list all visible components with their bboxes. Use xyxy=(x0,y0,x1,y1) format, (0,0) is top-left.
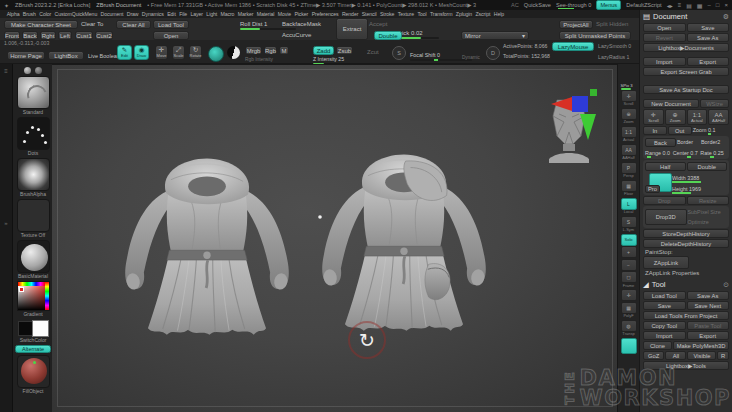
tool-gear-icon[interactable]: ⊙ xyxy=(723,281,729,289)
export-screen-grab-button[interactable]: Export Screen Grab xyxy=(643,67,729,76)
lightbox-button[interactable]: LightBox xyxy=(48,51,84,60)
menu-draw[interactable]: Draw xyxy=(125,11,140,17)
goz-visible-button[interactable]: Visible xyxy=(687,351,716,360)
border-label[interactable]: Border xyxy=(677,138,700,146)
tray-mini-sphere2-icon[interactable] xyxy=(35,67,42,74)
palette-icon[interactable]: ▤ xyxy=(686,2,692,9)
paste-tool-button[interactable]: Paste Tool xyxy=(687,321,730,330)
spix-slider[interactable]: SPix 3 xyxy=(621,82,637,89)
frame-icon[interactable]: ◻ xyxy=(621,271,637,283)
polyframe-icon[interactable]: ▦ xyxy=(621,302,637,314)
zadd-button[interactable]: Zadd xyxy=(313,46,334,55)
doc-open-button[interactable]: Open xyxy=(643,23,686,32)
menu-tool[interactable]: Tool xyxy=(416,11,429,17)
menu-macro[interactable]: Macro xyxy=(219,11,236,17)
lazyradius-slider[interactable]: LazyRadius 1 xyxy=(598,54,629,61)
tool-import-button[interactable]: Import xyxy=(643,331,686,340)
menu-alpha[interactable]: Alpha xyxy=(5,11,21,17)
zcut-button[interactable]: Zcut xyxy=(367,48,379,57)
lsym-icon[interactable]: S xyxy=(621,216,637,228)
cust1-button[interactable]: Cust1 xyxy=(75,31,93,40)
menu-movie[interactable]: Movie xyxy=(276,11,293,17)
new-document-button[interactable]: New Document xyxy=(643,99,699,108)
edit-mode-button[interactable]: ✎Edit xyxy=(117,45,132,60)
rotate-mode-button[interactable]: ↻Rotate xyxy=(189,45,202,60)
zoom-out-icon[interactable]: − xyxy=(621,259,637,271)
gear-icon[interactable]: ⚙ xyxy=(723,13,729,21)
open-button[interactable]: Open xyxy=(153,31,189,40)
actual-icon[interactable]: 1:1 xyxy=(621,126,637,138)
doc-actual-button[interactable]: 1:1Actual xyxy=(687,109,708,125)
zoom-in-button[interactable]: In xyxy=(643,126,667,135)
menu-texture[interactable]: Texture xyxy=(396,11,416,17)
menu-zscript[interactable]: Zscript xyxy=(474,11,492,17)
copy-tool-button[interactable]: Copy Tool xyxy=(643,321,686,330)
menu-preferences[interactable]: Preferences xyxy=(310,11,340,17)
stroke-thumbnail[interactable] xyxy=(17,117,50,150)
zapplink-button[interactable]: ZAppLink xyxy=(643,256,689,269)
back-button[interactable]: Back xyxy=(22,31,38,40)
goz-button[interactable]: GoZ xyxy=(643,351,664,360)
doc-scroll-button[interactable]: ✛Scroll xyxy=(643,109,664,125)
zoom-in-icon[interactable]: + xyxy=(621,246,637,258)
document-canvas[interactable]: ↻ xyxy=(52,64,617,412)
ghost-icon[interactable] xyxy=(621,338,637,354)
axis-z-cube[interactable] xyxy=(572,96,588,112)
store-depth-history-button[interactable]: StoreDepthHistory xyxy=(643,229,729,238)
grid-icon[interactable]: ▦ xyxy=(697,2,703,9)
switch-color-widget[interactable] xyxy=(17,319,50,337)
solo-icon[interactable]: Solo xyxy=(621,234,637,246)
rate-slider[interactable]: Rate 0.25 xyxy=(700,149,727,157)
color-picker[interactable] xyxy=(17,281,50,311)
brush-thumbnail[interactable] xyxy=(17,76,50,109)
extract-button[interactable]: Extract xyxy=(336,18,368,40)
make-character-sheet-button[interactable]: Make Character Sheet xyxy=(4,20,78,29)
center-slider[interactable]: Center 0.7 xyxy=(673,149,700,157)
move-doc-icon[interactable]: ✛ xyxy=(621,289,637,301)
material-sphere-icon[interactable] xyxy=(227,46,240,59)
make-polymesh3d-button[interactable]: Make PolyMesh3D xyxy=(673,341,729,350)
axis-y-cube[interactable] xyxy=(590,89,597,96)
draw-mode-button[interactable]: ◉Draw xyxy=(134,45,149,60)
border2-label[interactable]: Border2 xyxy=(701,138,727,146)
doc-zoom-button[interactable]: ⊕Zoom xyxy=(665,109,686,125)
menu-toggle-icon[interactable]: ≡ xyxy=(678,2,682,8)
goz-r-button[interactable]: R xyxy=(717,351,729,360)
menu-stroke[interactable]: Stroke xyxy=(378,11,396,17)
menu-light[interactable]: Light xyxy=(205,11,219,17)
tray-mini-sphere-icon[interactable] xyxy=(24,67,31,74)
alpha-thumbnail[interactable] xyxy=(17,158,50,191)
menu-brush[interactable]: Brush xyxy=(21,11,37,17)
menu-stencil[interactable]: Stencil xyxy=(360,11,378,17)
history-arrows-icon[interactable]: ◂▸ xyxy=(667,2,673,9)
clear-to-button[interactable]: Clear To xyxy=(81,20,103,29)
lightbox-tools-button[interactable]: Lightbox▶Tools xyxy=(643,361,729,370)
jacket-model-right[interactable] xyxy=(322,154,486,330)
home-page-button[interactable]: Home Page xyxy=(7,51,45,60)
backface-mask-button[interactable]: BackfaceMask xyxy=(282,20,321,29)
alternate-button[interactable]: Alternate xyxy=(15,345,51,353)
optimize-button[interactable]: Optimize xyxy=(688,218,728,226)
delete-depth-history-button[interactable]: DeleteDepthHistory xyxy=(643,239,729,248)
persp-icon[interactable]: P xyxy=(621,162,637,174)
tool-save-next-button[interactable]: Save Next xyxy=(687,301,730,310)
doc-revert-button[interactable]: Revert xyxy=(643,33,686,42)
tool-panel-header[interactable]: ◢ Tool ⊙ xyxy=(643,279,729,290)
menu-marker[interactable]: Marker xyxy=(236,11,255,17)
rgb-intensity-slider[interactable]: Rgb Intensity xyxy=(245,56,273,63)
front-button[interactable]: Front xyxy=(4,31,20,40)
transp-icon[interactable]: ◍ xyxy=(621,320,637,332)
mrgb-button[interactable]: Mrgb xyxy=(245,46,262,55)
menu-color[interactable]: Color xyxy=(38,11,53,17)
doc-save-as-button[interactable]: Save As xyxy=(687,33,730,42)
rght-button[interactable]: Rght xyxy=(40,31,56,40)
document-panel-header[interactable]: ▤ Document ⚙ xyxy=(643,11,729,22)
project-all-button[interactable]: ProjectAll xyxy=(559,20,593,29)
doc-width-slider[interactable]: Width 3388 xyxy=(672,174,727,182)
see-through-slider[interactable]: See-through 0 xyxy=(556,2,591,8)
quicksave-button[interactable]: QuickSave xyxy=(524,2,551,8)
range-slider[interactable]: Range 0.0 xyxy=(645,149,672,157)
floor-icon[interactable]: ▦ xyxy=(621,180,637,192)
pro-button[interactable]: Pro xyxy=(645,185,660,193)
close-button[interactable]: × xyxy=(724,2,728,8)
